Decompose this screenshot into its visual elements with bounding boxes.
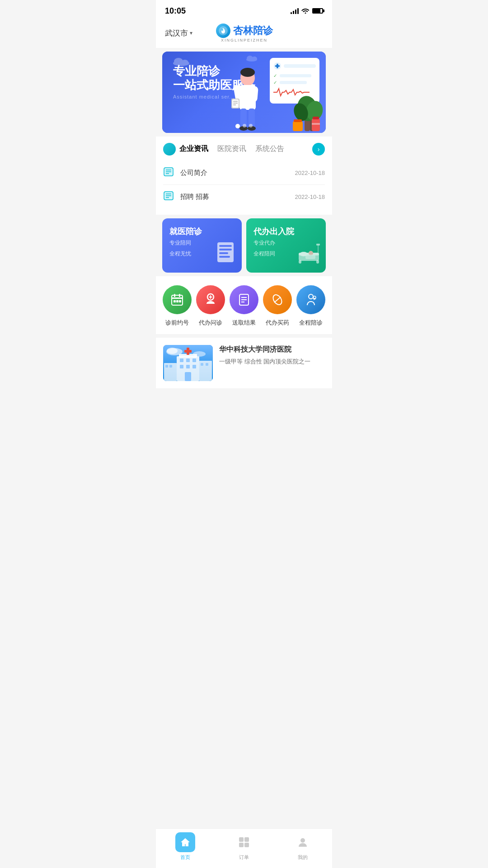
svg-rect-92 [169,365,172,368]
service-card-hospital[interactable]: 代办出入院 专业代办 全程陪同 [246,218,326,273]
status-bar: 10:05 [156,0,332,20]
quick-action-medicine[interactable]: 代办买药 [261,285,294,327]
svg-point-9 [240,68,255,77]
svg-rect-85 [186,365,190,368]
cloud-decoration-2 [245,55,258,63]
svg-rect-84 [180,365,183,368]
service-card-icon-2 [296,244,321,268]
svg-rect-46 [219,245,232,247]
fullcare-icon [296,285,325,314]
news-item-title: 公司简介 [180,169,295,177]
svg-rect-63 [174,300,176,302]
medicine-icon [263,285,292,314]
visit-icon [196,285,225,314]
status-time: 10:05 [165,6,186,16]
quick-action-results[interactable]: 送取结果 [227,285,261,327]
svg-rect-13 [232,99,239,108]
svg-rect-86 [192,365,196,368]
news-more-button[interactable]: › [312,143,325,156]
svg-rect-65 [179,300,181,302]
news-list: 公司简介 2022-10-18 招聘 招募 2022-10-18 [163,161,325,208]
status-icons [291,7,323,15]
svg-rect-56 [316,260,319,264]
svg-point-73 [309,294,313,299]
news-tab-system[interactable]: 系统公告 [255,144,284,155]
news-item[interactable]: 招聘 招募 2022-10-18 [163,185,325,208]
svg-rect-89 [184,350,192,353]
banner[interactable]: 专业陪诊 一站式助医服务 Assistant medical ser... [162,52,326,133]
logo-subtitle: XINGLINPEIZHEN [221,38,267,42]
service-card-icon-1 [214,241,237,268]
logo-icon [216,24,230,38]
appointment-icon [163,285,192,314]
hospital-desc: 一级甲等 综合性 国内顶尖医院之一 [219,357,325,366]
signal-icon [291,8,299,14]
news-tabs: 企业资讯 医院资讯 系统公告 › [163,143,325,156]
news-item[interactable]: 公司简介 2022-10-18 [163,161,325,185]
svg-rect-64 [176,300,178,302]
quick-action-visit[interactable]: 代办问诊 [194,285,227,327]
svg-rect-49 [219,256,230,258]
quick-action-fullcare[interactable]: 全程陪诊 [294,285,328,327]
news-tab-enterprise[interactable]: 企业资讯 [179,144,208,155]
svg-rect-55 [299,260,301,264]
svg-point-77 [167,348,178,354]
svg-rect-94 [201,363,203,366]
svg-rect-31 [313,117,319,119]
hospital-item[interactable]: 华中科技大学同济医院 一级甲等 综合性 国内顶尖医院之一 [163,345,325,381]
banner-dot-2[interactable] [243,124,246,127]
banner-dots [235,124,253,128]
svg-rect-91 [165,365,168,368]
svg-rect-24 [275,65,280,67]
news-section: 企业资讯 医院资讯 系统公告 › 公司简介 2022-10-18 [156,137,332,215]
app-logo: 杏林陪诊 XINGLINPEIZHEN [216,24,273,42]
svg-rect-48 [219,252,228,254]
service-cards: 就医陪诊 专业陪同 全程无忧 代办出入院 专业代办 全程陪同 [162,218,326,273]
hospital-name: 华中科技大学同济医院 [219,345,325,354]
medicine-label: 代办买药 [266,319,289,327]
news-tab-hospital[interactable]: 医院资讯 [217,144,246,155]
svg-rect-82 [186,359,190,362]
visit-label: 代办问诊 [199,319,222,327]
news-dot-icon [163,143,176,156]
svg-rect-47 [219,249,232,250]
banner-dot-3[interactable] [249,124,253,127]
results-icon [230,285,258,314]
news-item-icon-2 [163,190,176,203]
svg-rect-58 [316,244,320,245]
location-button[interactable]: 武汉市 ▾ [165,28,192,38]
chevron-down-icon: ▾ [190,30,192,36]
fullcare-label: 全程陪诊 [299,319,323,327]
service-card-medical[interactable]: 就医陪诊 专业陪同 全程无忧 [162,218,242,273]
svg-rect-87 [185,372,191,381]
hospital-image [163,345,213,381]
svg-rect-83 [192,359,196,362]
news-item-date: 2022-10-18 [295,170,325,176]
battery-icon [312,8,323,14]
location-text: 武汉市 [165,28,188,38]
appointment-label: 诊前约号 [165,319,189,327]
svg-rect-81 [180,359,183,362]
plant-decoration [292,90,326,133]
quick-actions-grid: 诊前约号 代办问诊 [160,285,328,327]
header: 武汉市 ▾ 杏林陪诊 XINGLINPEIZHEN [156,20,332,48]
svg-rect-60 [172,297,183,299]
wifi-icon [301,7,310,15]
svg-rect-54 [305,255,315,259]
hospital-info: 华中科技大学同济医院 一级甲等 综合性 国内顶尖医院之一 [219,345,325,381]
news-item-date-2: 2022-10-18 [295,193,325,200]
service-card-title-1: 就医陪诊 [169,226,235,237]
hospital-section: 华中科技大学同济医院 一级甲等 综合性 国内顶尖医院之一 [156,338,332,388]
doctor-figure [229,68,267,133]
svg-rect-95 [206,363,208,366]
svg-rect-34 [294,119,302,122]
svg-rect-33 [293,121,303,131]
svg-point-7 [252,57,257,61]
banner-dot-1[interactable] [235,124,240,128]
svg-line-72 [274,297,281,302]
svg-rect-61 [174,294,175,297]
quick-actions: 诊前约号 代办问诊 [156,276,332,334]
quick-action-appointment[interactable]: 诊前约号 [160,285,194,327]
results-label: 送取结果 [232,319,256,327]
logo-text: 杏林陪诊 [233,24,273,38]
